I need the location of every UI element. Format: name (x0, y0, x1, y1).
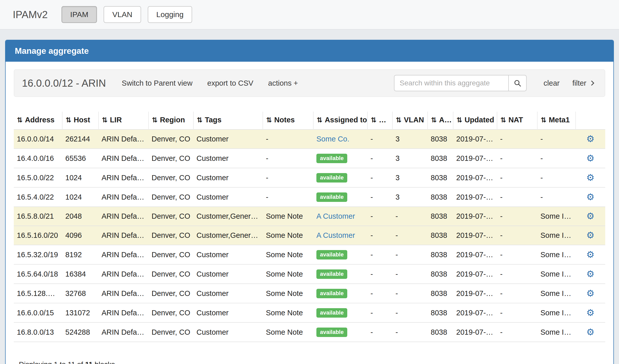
sort-icon[interactable]: ⇅ (266, 116, 272, 124)
export-csv-link[interactable]: export to CSV (207, 79, 253, 87)
nat-cell: - (497, 207, 537, 226)
gear-icon[interactable]: ⚙ (586, 307, 595, 318)
column-label: Notes (274, 116, 295, 124)
region-cell: Denver, CO (148, 207, 193, 226)
brand[interactable]: IPAMv2 (13, 9, 48, 20)
assigned-link[interactable]: A Customer (316, 231, 355, 239)
sort-icon[interactable]: ⇅ (17, 116, 23, 124)
column-header-meta1[interactable]: ⇅Meta1 (537, 112, 576, 129)
tags-cell: Customer (193, 322, 263, 342)
updated-cell: 2019-07-25 (453, 245, 497, 264)
region-cell: Denver, CO (148, 168, 193, 187)
address-cell: 16.5.32.0/19 (14, 245, 62, 264)
column-header-region[interactable]: ⇅Region (148, 112, 193, 129)
column-label: A… (439, 116, 452, 124)
host-cell: 4096 (62, 226, 98, 245)
search-input[interactable] (394, 75, 509, 91)
address-cell: 16.8.0.0/13 (14, 322, 62, 342)
gear-icon[interactable]: ⚙ (586, 269, 595, 279)
meta1-cell: - (537, 129, 576, 149)
aggregate-table: ⇅Address ⇅Host ⇅LIR ⇅Region ⇅Tags ⇅Notes… (14, 112, 605, 342)
column-header-vlan[interactable]: ⇅VLAN (392, 112, 428, 129)
region-cell: Denver, CO (148, 226, 193, 245)
gear-icon[interactable]: ⚙ (586, 192, 595, 202)
notes-cell: Some Note (263, 226, 313, 245)
column-header-updated[interactable]: ⇅Updated (453, 112, 497, 129)
sort-icon[interactable]: ⇅ (500, 116, 506, 124)
switch-parent-view-link[interactable]: Switch to Parent view (122, 79, 192, 87)
table-row: 16.5.16.0/20 4096 ARIN Default… Denver, … (14, 226, 605, 245)
gear-icon[interactable]: ⚙ (586, 230, 595, 240)
asn-cell: 8038 (428, 284, 453, 303)
misc-cell: - (367, 207, 392, 226)
meta1-cell: - (537, 149, 576, 168)
sort-icon[interactable]: ⇅ (371, 116, 377, 124)
address-cell: 16.5.0.0/22 (14, 168, 62, 187)
notes-cell: - (263, 149, 313, 168)
lir-cell: ARIN Default… (98, 322, 148, 342)
column-header-tags[interactable]: ⇅Tags (193, 112, 263, 129)
host-cell: 8192 (62, 245, 98, 264)
meta1-cell: Some Inf… (537, 284, 576, 303)
column-header-assigned-to[interactable]: ⇅Assigned to (313, 112, 367, 129)
availability-badge: available (316, 154, 347, 163)
column-header-asn[interactable]: ⇅A… (428, 112, 453, 129)
gear-icon[interactable]: ⚙ (586, 288, 595, 298)
row-actions-cell: ⚙ (576, 187, 605, 207)
assigned-link[interactable]: A Customer (316, 212, 355, 220)
gear-icon[interactable]: ⚙ (586, 134, 595, 144)
sort-icon[interactable]: ⇅ (541, 116, 547, 124)
gear-icon[interactable]: ⚙ (586, 153, 595, 163)
meta1-cell: Some Inf… (537, 245, 576, 264)
updated-cell: 2019-07-25 (453, 284, 497, 303)
column-header-address[interactable]: ⇅Address (14, 112, 62, 129)
gear-icon[interactable]: ⚙ (586, 211, 595, 221)
column-header-host[interactable]: ⇅Host (62, 112, 98, 129)
column-header-misc[interactable]: ⇅… (367, 112, 392, 129)
assigned-cell: available (313, 322, 367, 342)
sort-icon[interactable]: ⇅ (396, 116, 402, 124)
table-row: 16.5.64.0/18 16384 ARIN Default… Denver,… (14, 264, 605, 284)
panel-title: Manage aggregate (6, 40, 613, 62)
assigned-link[interactable]: Some Co. (316, 135, 349, 143)
gear-icon[interactable]: ⚙ (586, 249, 595, 260)
tab-vlan[interactable]: VLAN (104, 6, 141, 23)
column-header-nat[interactable]: ⇅NAT (497, 112, 537, 129)
row-actions-cell: ⚙ (576, 226, 605, 245)
search-button[interactable] (508, 75, 527, 91)
lir-cell: ARIN Default… (98, 129, 148, 149)
assigned-cell: A Customer (313, 207, 367, 226)
host-cell: 1024 (62, 187, 98, 207)
tab-ipam[interactable]: IPAM (61, 6, 97, 23)
host-cell: 524288 (62, 322, 98, 342)
gear-icon[interactable]: ⚙ (586, 327, 595, 337)
notes-cell: Some Note (263, 322, 313, 342)
actions-menu-link[interactable]: actions + (268, 79, 298, 87)
panel-body: 16.0.0.0/12 - ARIN Switch to Parent view… (6, 62, 613, 364)
address-cell: 16.5.4.0/22 (14, 187, 62, 207)
sort-icon[interactable]: ⇅ (197, 116, 203, 124)
availability-badge: available (316, 328, 347, 337)
asn-cell: 8038 (428, 149, 453, 168)
column-header-notes[interactable]: ⇅Notes (263, 112, 313, 129)
vlan-cell: - (392, 226, 428, 245)
clear-filter-link[interactable]: clear (543, 79, 560, 87)
gear-icon[interactable]: ⚙ (586, 172, 595, 183)
column-label: NAT (509, 116, 523, 124)
tab-logging[interactable]: Logging (148, 6, 192, 23)
vlan-cell: 3 (392, 129, 428, 149)
sort-icon[interactable]: ⇅ (456, 116, 462, 124)
asn-cell: 8038 (428, 207, 453, 226)
sort-icon[interactable]: ⇅ (431, 116, 437, 124)
assigned-cell: Some Co. (313, 129, 367, 149)
column-label: … (379, 116, 386, 124)
misc-cell: - (367, 284, 392, 303)
aggregate-toolbar: 16.0.0.0/12 - ARIN Switch to Parent view… (14, 69, 605, 97)
column-header-lir[interactable]: ⇅LIR (98, 112, 148, 129)
filter-link[interactable]: filter (572, 79, 593, 87)
asn-cell: 8038 (428, 245, 453, 264)
sort-icon[interactable]: ⇅ (317, 116, 323, 124)
sort-icon[interactable]: ⇅ (66, 116, 71, 124)
sort-icon[interactable]: ⇅ (152, 116, 158, 124)
sort-icon[interactable]: ⇅ (102, 116, 108, 124)
